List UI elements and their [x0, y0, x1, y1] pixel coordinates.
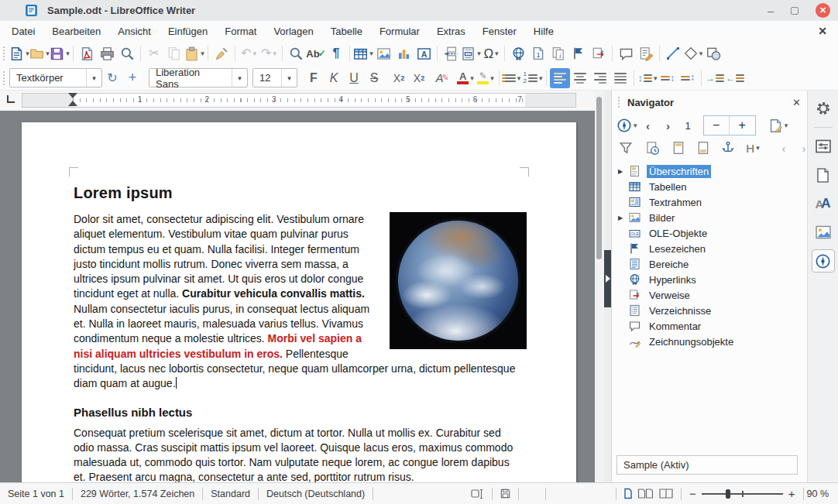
tree-item-textrahmen[interactable]: Textrahmen: [612, 194, 807, 210]
menu-extras[interactable]: Extras: [428, 22, 474, 40]
tree-item-bereiche[interactable]: Bereiche: [612, 256, 807, 272]
document-heading-2[interactable]: Phasellus nibh lectus: [74, 406, 524, 419]
tree-item-hyperlinks[interactable]: Hyperlinks: [612, 272, 807, 287]
header-button[interactable]: [669, 139, 688, 157]
bullet-list-button[interactable]: ▾: [503, 68, 523, 88]
restore-icon[interactable]: [791, 7, 799, 15]
chevron-down-icon[interactable]: ▾: [281, 69, 297, 87]
increase-paragraph-spacing-button[interactable]: ↕: [658, 68, 678, 88]
zoom-percent-status[interactable]: 90 %: [804, 489, 838, 499]
highlight-color-button[interactable]: ✎▾: [476, 68, 496, 88]
page-count-status[interactable]: Seite 1 von 1: [0, 489, 72, 499]
vertical-scrollbar[interactable]: [595, 91, 604, 482]
sidebar-settings-button[interactable]: [812, 97, 835, 120]
increase-indent-button[interactable]: →: [705, 68, 725, 88]
horizontal-ruler[interactable]: 1 2 3 4 5 6 7: [22, 93, 576, 108]
font-color-button[interactable]: A▾: [455, 68, 476, 88]
tree-item-ueberschriften[interactable]: ▶Überschriften: [612, 163, 807, 179]
close-icon[interactable]: ✕: [816, 3, 830, 18]
expander-icon[interactable]: ▶: [618, 214, 628, 221]
tree-item-lesezeichen[interactable]: Lesezeichen: [612, 241, 807, 256]
navigation-toolbox-button[interactable]: ▾: [616, 116, 637, 135]
tab-stop-type-selector[interactable]: [7, 95, 15, 103]
zoom-out-button[interactable]: −: [689, 487, 696, 500]
font-size-combobox[interactable]: 12 ▾: [252, 68, 297, 87]
edit-page-button[interactable]: ▾: [768, 116, 788, 135]
heading-levels-button[interactable]: H▾: [744, 139, 762, 157]
menu-datei[interactable]: Datei: [3, 22, 43, 40]
toolbar-grip[interactable]: [3, 46, 5, 60]
menu-format[interactable]: Format: [216, 22, 265, 40]
expander-icon[interactable]: ▶: [618, 168, 628, 175]
insert-chart-button[interactable]: [393, 43, 414, 63]
spelling-button[interactable]: Ab✓: [306, 43, 326, 63]
document-heading-1[interactable]: Lorem ipsum: [74, 184, 524, 202]
book-view-button[interactable]: [658, 488, 674, 499]
single-page-view-button[interactable]: [623, 488, 633, 499]
update-style-button[interactable]: ↻: [102, 68, 122, 88]
endnote-button[interactable]: i: [548, 43, 568, 63]
previous-page-button[interactable]: ‹: [639, 116, 658, 135]
word-count-status[interactable]: 229 Wörter, 1.574 Zeichen: [73, 489, 202, 499]
export-pdf-button[interactable]: [77, 43, 97, 63]
selection-mode-status[interactable]: [464, 489, 492, 499]
document-page[interactable]: Lorem ipsum Dolor sit amet, consectetur …: [22, 122, 576, 483]
document-switcher-combobox[interactable]: Sample (Aktiv): [616, 455, 798, 475]
insert-textbox-button[interactable]: A: [414, 43, 434, 63]
print-preview-button[interactable]: [117, 43, 137, 63]
print-button[interactable]: [97, 43, 117, 63]
align-left-button[interactable]: [550, 68, 570, 88]
new-style-button[interactable]: +: [122, 68, 143, 88]
tree-item-ole-objekte[interactable]: OLEOLE-Objekte: [612, 225, 807, 241]
page-style-status[interactable]: Standard: [203, 489, 258, 499]
footnote-button[interactable]: 1: [528, 43, 548, 63]
minimize-icon[interactable]: –: [768, 5, 774, 16]
chevron-down-icon[interactable]: ▾: [86, 69, 101, 87]
basic-shapes-button[interactable]: ▾: [683, 43, 703, 63]
close-document-icon[interactable]: ✕: [818, 25, 827, 37]
justify-button[interactable]: [610, 68, 630, 88]
sidebar-hide-handle[interactable]: [604, 250, 611, 307]
open-button[interactable]: ▾: [29, 43, 50, 63]
zoom-slider[interactable]: [702, 493, 783, 495]
chevron-down-icon[interactable]: ▾: [232, 69, 247, 87]
insert-table-button[interactable]: ▾: [353, 43, 373, 63]
clone-formatting-button[interactable]: [211, 43, 232, 63]
tree-item-bilder[interactable]: ▶Bilder: [612, 210, 807, 225]
panel-grip[interactable]: [618, 97, 620, 108]
numbered-list-button[interactable]: 12▾: [523, 68, 543, 88]
hyperlink-button[interactable]: [508, 43, 528, 63]
menu-ansicht[interactable]: Ansicht: [109, 22, 160, 40]
tab-navigator[interactable]: [812, 249, 835, 273]
decrease-paragraph-spacing-button[interactable]: ↕: [678, 68, 698, 88]
special-character-button[interactable]: Ω▾: [481, 43, 501, 63]
new-document-button[interactable]: ▾: [9, 43, 29, 63]
toolbar-grip[interactable]: [3, 71, 5, 85]
italic-button[interactable]: K: [324, 68, 344, 88]
menu-vorlagen[interactable]: Vorlagen: [265, 22, 321, 40]
align-right-button[interactable]: [590, 68, 610, 88]
show-draw-functions-button[interactable]: [703, 43, 723, 63]
formatting-marks-button[interactable]: ¶: [326, 43, 346, 63]
insert-comment-button[interactable]: [616, 43, 636, 63]
page-number-stepper[interactable]: − +: [703, 115, 756, 135]
bold-button[interactable]: F: [304, 68, 324, 88]
save-button[interactable]: ▾: [50, 43, 70, 63]
menu-einfuegen[interactable]: Einfügen: [160, 22, 216, 40]
font-name-combobox[interactable]: Liberation Sans ▾: [149, 68, 248, 87]
menu-hilfe[interactable]: Hilfe: [525, 22, 562, 40]
bookmark-button[interactable]: [568, 43, 589, 63]
increment-button[interactable]: +: [730, 116, 755, 135]
track-changes-button[interactable]: [636, 43, 656, 63]
tree-item-zeichnungsobjekte[interactable]: Zeichnungsobjekte: [612, 334, 807, 349]
page-break-button[interactable]: [441, 43, 461, 63]
reminder-button[interactable]: [643, 139, 661, 157]
anchor-text-toggle-button[interactable]: [719, 139, 737, 157]
navigator-close-icon[interactable]: ✕: [792, 97, 801, 108]
tab-properties[interactable]: [812, 135, 835, 158]
document-paragraph-2[interactable]: Consequat pretium scelerisque sit amet, …: [74, 426, 524, 485]
decrement-button[interactable]: −: [704, 116, 730, 135]
decrease-indent-button[interactable]: ←: [725, 68, 745, 88]
tab-page[interactable]: [812, 163, 835, 187]
insert-image-button[interactable]: [373, 43, 393, 63]
